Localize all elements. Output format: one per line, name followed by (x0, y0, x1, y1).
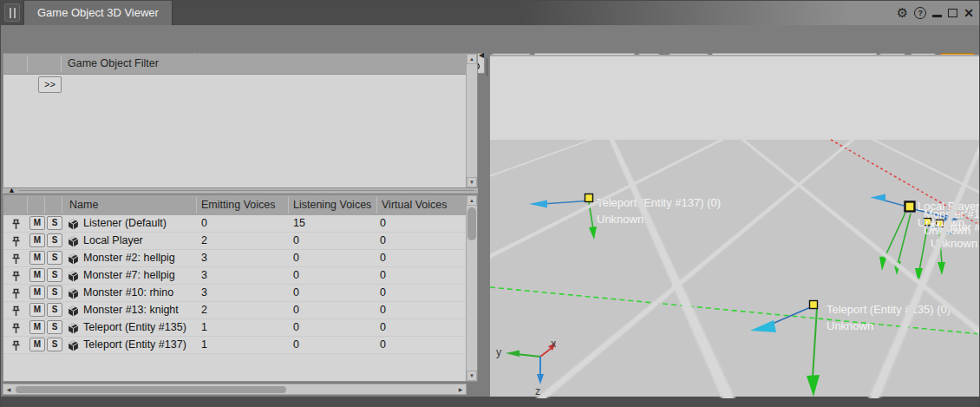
solo-button[interactable]: S (47, 268, 62, 282)
row-name: Monster #10: rhino (83, 285, 173, 301)
gizmo-y-label: y (496, 346, 501, 358)
pin-icon[interactable] (11, 322, 21, 338)
row-listening-voices: 0 (293, 250, 299, 266)
pin-icon[interactable] (11, 339, 21, 355)
pane-grip[interactable] (4, 3, 20, 22)
game-object-cube-icon (68, 270, 79, 286)
help-icon[interactable]: ? (914, 7, 926, 19)
settings-gear-icon[interactable]: ⚙ (897, 5, 908, 21)
pin-icon[interactable] (11, 253, 21, 268)
filter-panel-header: Game Object Filter (3, 54, 477, 75)
voices-table-header[interactable]: Name Emitting Voices Listening Voices Vi… (3, 195, 477, 216)
green-arrow (915, 268, 923, 282)
teleport-137-object[interactable] (529, 194, 597, 240)
row-name: Monster #13: knight (83, 302, 179, 318)
row-listening-voices: 0 (293, 233, 299, 249)
titlebar[interactable]: Game Object 3D Viewer ⚙ ? ✕ (1, 1, 979, 25)
game-object-cube-icon (68, 235, 79, 251)
row-virtual-voices: 0 (380, 215, 386, 232)
axis-gizmo (506, 343, 556, 384)
splitter-collapse-icon[interactable]: ▲ (8, 186, 16, 194)
blue-arrow (870, 194, 885, 202)
mute-button[interactable]: M (29, 216, 45, 230)
table-row[interactable]: M S Listener (Default) 0 15 0 (3, 215, 466, 233)
scroll-left-arrow[interactable]: ◀ (3, 384, 14, 394)
mute-button[interactable]: M (29, 251, 45, 265)
green-arrow (879, 256, 887, 271)
mute-button[interactable]: M (29, 303, 45, 317)
row-emitting-voices: 1 (201, 337, 207, 353)
filter-panel-title: Game Object Filter (68, 54, 159, 74)
pin-icon[interactable] (11, 235, 21, 251)
blue-arrow (529, 200, 547, 208)
row-virtual-voices: 0 (380, 302, 386, 318)
scroll-down-arrow[interactable]: ▼ (467, 371, 477, 381)
object-marker[interactable] (810, 301, 818, 309)
game-object-filter-panel: Game Object Filter >> ▲ ▼ (3, 53, 478, 188)
expand-filter-button[interactable]: >> (38, 76, 62, 93)
table-row[interactable]: M S Monster #2: hellpig 3 0 0 (3, 250, 466, 267)
row-listening-voices: 0 (293, 337, 299, 353)
row-listening-voices: 15 (293, 215, 305, 232)
row-name: Teleport (Entity #135) (83, 319, 186, 336)
scroll-right-arrow[interactable]: ▶ (455, 384, 466, 394)
column-header-name[interactable]: Name (69, 195, 98, 215)
solo-button[interactable]: S (47, 233, 62, 247)
table-row[interactable]: M S Monster #7: hellpig 3 0 0 (3, 267, 466, 285)
pin-icon[interactable] (11, 218, 21, 233)
row-listening-voices: 0 (293, 319, 299, 336)
solo-button[interactable]: S (47, 303, 62, 317)
table-row[interactable]: M S Teleport (Entity #137) 1 0 0 (3, 337, 466, 354)
panel-collapse-icon[interactable]: ◀ (479, 51, 484, 59)
object-marker[interactable] (905, 202, 915, 212)
tab-game-object-3d-viewer[interactable]: Game Object 3D Viewer (23, 1, 173, 25)
row-name: Listener (Default) (83, 215, 167, 232)
panel-splitter-handle[interactable] (487, 58, 487, 76)
pin-icon[interactable] (11, 270, 21, 286)
row-name: Teleport (Entity #137) (83, 337, 186, 353)
scrollbar-thumb[interactable] (467, 207, 476, 240)
mute-button[interactable]: M (29, 268, 45, 282)
solo-button[interactable]: S (47, 251, 62, 265)
column-header-emitting[interactable]: Emitting Voices (201, 195, 275, 215)
maximize-button[interactable] (948, 9, 957, 17)
voices-table-body: M S Listener (Default) 0 15 0 M S (3, 215, 466, 381)
row-listening-voices: 0 (293, 285, 299, 301)
row-virtual-voices: 0 (380, 267, 386, 284)
table-row[interactable]: M S Local Player 2 0 0 (3, 233, 466, 250)
scroll-up-arrow[interactable]: ▲ (467, 195, 477, 206)
column-header-virtual[interactable]: Virtual Voices (382, 195, 448, 215)
solo-button[interactable]: S (47, 216, 62, 230)
table-row[interactable]: M S Monster #10: rhino 3 0 0 (3, 285, 466, 302)
row-emitting-voices: 2 (201, 233, 207, 249)
solo-button[interactable]: S (47, 286, 62, 299)
mute-button[interactable]: M (29, 286, 45, 299)
row-listening-voices: 0 (293, 302, 299, 318)
row-emitting-voices: 0 (201, 215, 207, 232)
mute-button[interactable]: M (29, 233, 45, 247)
cyan-arrow (750, 320, 776, 332)
column-header-listening[interactable]: Listening Voices (293, 195, 371, 215)
mute-button[interactable]: M (29, 338, 45, 351)
row-virtual-voices: 0 (380, 233, 386, 249)
voices-table-vscrollbar[interactable]: ▲ ▼ (466, 195, 477, 381)
pin-icon[interactable] (11, 305, 21, 320)
green-arrow (893, 261, 901, 275)
voices-table-hscrollbar[interactable]: ◀ ▶ (3, 384, 467, 395)
close-button[interactable]: ✕ (964, 6, 974, 20)
table-row[interactable]: M S Teleport (Entity #135) 1 0 0 (3, 319, 466, 337)
scroll-down-arrow[interactable]: ▼ (467, 177, 477, 187)
solo-button[interactable]: S (47, 338, 62, 351)
viewport-3d[interactable]: Teleport (Entity #137) (0) Unknown Telep… (490, 55, 979, 398)
panel-splitter[interactable]: ▲ (3, 188, 478, 194)
pin-icon[interactable] (11, 287, 21, 303)
mute-button[interactable]: M (29, 320, 45, 334)
game-object-cube-icon (68, 305, 79, 320)
minimize-button[interactable] (932, 9, 942, 18)
table-row[interactable]: M S Monster #13: knight 2 0 0 (3, 302, 466, 319)
object-marker[interactable] (585, 194, 593, 202)
scroll-up-arrow[interactable]: ▲ (467, 54, 477, 64)
solo-button[interactable]: S (47, 320, 62, 334)
scrollbar-thumb[interactable] (16, 386, 286, 393)
filter-panel-vscrollbar[interactable]: ▲ ▼ (466, 54, 477, 187)
